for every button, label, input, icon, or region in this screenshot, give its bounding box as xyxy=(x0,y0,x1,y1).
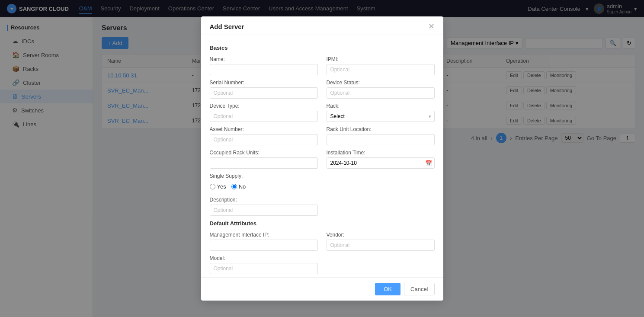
asset-label: Asset Number: xyxy=(210,126,318,132)
asset-field-row: Asset Number: xyxy=(210,126,318,145)
device-status-input[interactable] xyxy=(327,87,435,99)
occupied-label: Occupied Rack Units: xyxy=(210,150,318,156)
radio-yes-option[interactable]: Yes xyxy=(210,183,226,190)
serial-field-row: Serial Number: xyxy=(210,80,318,99)
name-field-row: Name: xyxy=(210,56,318,75)
install-time-input[interactable] xyxy=(327,157,435,169)
rack-unit-input[interactable] xyxy=(327,134,435,145)
device-type-label: Device Type: xyxy=(210,103,318,109)
ipmi-label: IPMI: xyxy=(327,56,435,62)
device-status-label: Device Status: xyxy=(327,80,435,86)
radio-no-input[interactable] xyxy=(231,184,237,189)
single-supply-field-row: Single Supply: Yes No xyxy=(210,173,318,192)
description-input[interactable] xyxy=(210,205,318,216)
description-label: Description: xyxy=(210,197,318,203)
install-time-field-row: Installation Time: 📅 xyxy=(327,150,435,169)
rack-unit-label: Rack Unit Location: xyxy=(327,126,435,132)
install-time-label: Installation Time: xyxy=(327,150,435,156)
model-input[interactable] xyxy=(210,263,318,274)
occupied-field-row: Occupied Rack Units: xyxy=(210,150,318,169)
name-input[interactable] xyxy=(210,64,318,75)
modal-overlay: Add Server ✕ Basics Name: IPMI: Serial xyxy=(0,0,644,317)
rack-select-wrapper: Select xyxy=(327,111,435,122)
modal-footer: OK Cancel xyxy=(201,277,443,301)
mgmt-ip-label: Management Interface IP: xyxy=(210,232,318,238)
basics-form-grid: Name: IPMI: Serial Number: Device Status… xyxy=(210,56,435,216)
description-field-row: Description: xyxy=(210,197,318,216)
modal-body: Basics Name: IPMI: Serial Number: xyxy=(201,35,443,277)
single-supply-label: Single Supply: xyxy=(210,173,318,179)
ok-button[interactable]: OK xyxy=(375,283,400,295)
rack-label: Rack: xyxy=(327,103,435,109)
mgmt-ip-input[interactable] xyxy=(210,240,318,251)
rack-unit-field-row: Rack Unit Location: xyxy=(327,126,435,145)
radio-no-option[interactable]: No xyxy=(231,183,246,190)
add-server-modal: Add Server ✕ Basics Name: IPMI: Serial xyxy=(201,16,443,301)
device-type-field-row: Device Type: xyxy=(210,103,318,122)
serial-input[interactable] xyxy=(210,87,318,99)
model-field-row: Model: xyxy=(210,255,318,274)
section-basics: Basics xyxy=(210,45,435,51)
ipmi-field-row: IPMI: xyxy=(327,56,435,75)
modal-header: Add Server ✕ xyxy=(201,16,443,35)
vendor-input[interactable] xyxy=(327,240,435,251)
install-time-wrapper: 📅 xyxy=(327,157,435,169)
rack-select[interactable]: Select xyxy=(327,111,435,122)
default-attrs-form-grid: Management Interface IP: Vendor: Model: xyxy=(210,232,435,274)
device-type-input[interactable] xyxy=(210,111,318,122)
rack-field-row: Rack: Select xyxy=(327,103,435,122)
device-status-field-row: Device Status: xyxy=(327,80,435,99)
radio-no-label: No xyxy=(239,183,246,190)
asset-input[interactable] xyxy=(210,134,318,145)
occupied-input[interactable] xyxy=(210,157,318,169)
model-label: Model: xyxy=(210,255,318,261)
serial-label: Serial Number: xyxy=(210,80,318,86)
ipmi-input[interactable] xyxy=(327,64,435,75)
name-label: Name: xyxy=(210,56,318,62)
mgmt-ip-field-row: Management Interface IP: xyxy=(210,232,318,251)
cancel-button[interactable]: Cancel xyxy=(404,283,434,295)
radio-yes-label: Yes xyxy=(217,183,226,190)
modal-close-button[interactable]: ✕ xyxy=(428,22,435,30)
modal-title: Add Server xyxy=(210,23,244,30)
vendor-label: Vendor: xyxy=(327,232,435,238)
section-default-attrs: Default Attributes xyxy=(210,220,435,227)
radio-yes-input[interactable] xyxy=(210,184,215,189)
vendor-field-row: Vendor: xyxy=(327,232,435,251)
single-supply-radio-group: Yes No xyxy=(210,181,318,192)
